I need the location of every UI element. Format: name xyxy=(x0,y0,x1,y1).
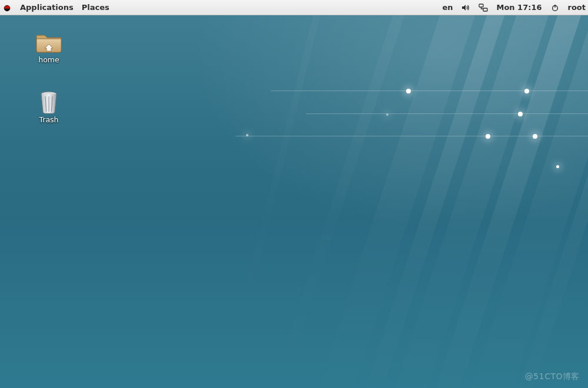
trash-icon xyxy=(35,89,63,113)
svg-rect-4 xyxy=(479,4,483,7)
wallpaper-decoration xyxy=(524,89,529,93)
input-method-indicator[interactable]: en xyxy=(442,3,453,12)
wallpaper-decoration xyxy=(518,112,523,116)
wallpaper-decoration xyxy=(386,113,388,116)
places-menu[interactable]: Places xyxy=(82,3,109,12)
svg-rect-5 xyxy=(483,8,487,11)
clock[interactable]: Mon 17:16 xyxy=(496,3,542,12)
distro-logo-icon[interactable] xyxy=(2,3,12,12)
desktop-icon-trash[interactable]: Trash xyxy=(22,89,75,124)
desktop-icon-label: Trash xyxy=(22,115,75,124)
desktop[interactable]: home Trash @51CTO博客 xyxy=(0,15,588,388)
folder-home-icon xyxy=(35,29,63,53)
svg-marker-3 xyxy=(462,5,466,11)
svg-point-2 xyxy=(4,7,10,9)
wallpaper-decoration xyxy=(533,134,537,139)
desktop-icon-label: home xyxy=(22,55,75,64)
wallpaper-decoration xyxy=(306,113,588,114)
top-panel: Applications Places en Mon 17:16 root xyxy=(0,0,588,15)
panel-left: Applications Places xyxy=(2,3,109,12)
desktop-icon-home[interactable]: home xyxy=(22,29,75,64)
panel-right: en Mon 17:16 root xyxy=(442,3,586,12)
wallpaper-decoration xyxy=(556,165,559,168)
wallpaper-decoration xyxy=(406,89,411,93)
user-indicator[interactable]: root xyxy=(568,3,586,12)
wallpaper-decoration xyxy=(199,15,338,388)
volume-icon[interactable] xyxy=(461,3,470,12)
wallpaper-decoration xyxy=(271,91,588,91)
power-icon[interactable] xyxy=(550,3,560,12)
network-icon[interactable] xyxy=(479,3,488,12)
wallpaper-decoration xyxy=(246,134,248,136)
applications-menu[interactable]: Applications xyxy=(20,3,74,12)
watermark: @51CTO博客 xyxy=(525,372,580,382)
wallpaper-decoration xyxy=(486,134,490,139)
